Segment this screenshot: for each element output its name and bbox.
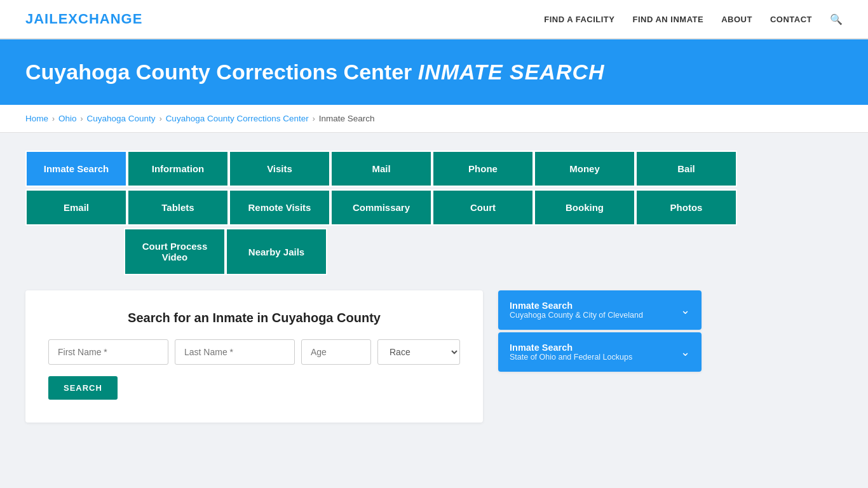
logo-jail: JAIL (25, 11, 58, 27)
page-title: Cuyahoga County Corrections Center INMAT… (25, 60, 843, 85)
breadcrumb-sep-1: › (52, 114, 55, 123)
main-content: Inmate Search Information Visits Mail Ph… (0, 133, 868, 440)
site-logo[interactable]: JAILEXCHANGE (25, 11, 142, 27)
tab-court-process-video[interactable]: Court Process Video (124, 228, 226, 275)
sidebar-card-2-text: Inmate Search State of Ohio and Federal … (510, 342, 632, 362)
tab-inmate-search[interactable]: Inmate Search (25, 151, 127, 187)
breadcrumb-sep-2: › (81, 114, 83, 123)
site-header: JAILEXCHANGE FIND A FACILITY FIND AN INM… (0, 0, 868, 39)
hero-banner: Cuyahoga County Corrections Center INMAT… (0, 39, 868, 105)
tab-nearby-jails[interactable]: Nearby Jails (226, 228, 327, 275)
tab-money[interactable]: Money (534, 151, 635, 187)
nav-about[interactable]: ABOUT (721, 15, 752, 24)
breadcrumb-sep-4: › (313, 114, 315, 123)
tab-navigation: Inmate Search Information Visits Mail Ph… (25, 151, 843, 275)
first-name-input[interactable] (48, 339, 168, 365)
search-form: Race White Black Hispanic Asian Other (48, 339, 460, 365)
sidebar-card-2: Inmate Search State of Ohio and Federal … (498, 332, 702, 372)
sidebar-card-1-text: Inmate Search Cuyahoga County & City of … (510, 301, 643, 320)
last-name-input[interactable] (175, 339, 295, 365)
logo-exchange: EXCHANGE (58, 11, 143, 27)
race-select[interactable]: Race White Black Hispanic Asian Other (377, 339, 460, 365)
sidebar: Inmate Search Cuyahoga County & City of … (498, 290, 702, 374)
chevron-down-icon-1: ⌄ (681, 303, 690, 317)
tab-court[interactable]: Court (432, 189, 534, 226)
tab-tablets[interactable]: Tablets (127, 189, 229, 226)
sidebar-card-1-header[interactable]: Inmate Search Cuyahoga County & City of … (498, 290, 702, 330)
tab-row-2: Email Tablets Remote Visits Commissary C… (25, 189, 843, 226)
sidebar-card-1: Inmate Search Cuyahoga County & City of … (498, 290, 702, 330)
tab-row-1: Inmate Search Information Visits Mail Ph… (25, 151, 843, 187)
tab-remote-visits[interactable]: Remote Visits (229, 189, 330, 226)
breadcrumb-sep-3: › (159, 114, 162, 123)
sidebar-card-2-header[interactable]: Inmate Search State of Ohio and Federal … (498, 332, 702, 372)
breadcrumb-home[interactable]: Home (25, 114, 48, 123)
sidebar-card-1-subtitle: Cuyahoga County & City of Cleveland (510, 311, 643, 320)
content-area: Search for an Inmate in Cuyahoga County … (25, 290, 843, 423)
breadcrumb-ohio[interactable]: Ohio (58, 114, 77, 123)
tab-row-3: Court Process Video Nearby Jails (124, 228, 843, 275)
nav-find-inmate[interactable]: FIND AN INMATE (632, 15, 703, 24)
chevron-down-icon-2: ⌄ (681, 345, 690, 359)
tab-commissary[interactable]: Commissary (330, 189, 432, 226)
tab-information[interactable]: Information (127, 151, 229, 187)
search-button[interactable]: SEARCH (48, 376, 118, 400)
age-input[interactable] (301, 339, 371, 365)
search-box-title: Search for an Inmate in Cuyahoga County (48, 311, 460, 325)
sidebar-card-2-title: Inmate Search (510, 342, 632, 353)
breadcrumb-county[interactable]: Cuyahoga County (87, 114, 156, 123)
tab-email[interactable]: Email (25, 189, 127, 226)
sidebar-card-1-title: Inmate Search (510, 301, 643, 311)
breadcrumb-facility[interactable]: Cuyahoga County Corrections Center (166, 114, 309, 123)
tab-photos[interactable]: Photos (635, 189, 737, 226)
tab-visits[interactable]: Visits (229, 151, 330, 187)
nav-find-facility[interactable]: FIND A FACILITY (544, 15, 614, 24)
tab-booking[interactable]: Booking (534, 189, 635, 226)
breadcrumb-current: Inmate Search (319, 114, 375, 123)
tab-mail[interactable]: Mail (330, 151, 432, 187)
sidebar-card-2-subtitle: State of Ohio and Federal Lockups (510, 353, 632, 362)
search-box: Search for an Inmate in Cuyahoga County … (25, 290, 483, 423)
nav-contact[interactable]: CONTACT (770, 15, 812, 24)
tab-bail[interactable]: Bail (635, 151, 737, 187)
tab-phone[interactable]: Phone (432, 151, 534, 187)
main-nav: FIND A FACILITY FIND AN INMATE ABOUT CON… (544, 13, 843, 25)
breadcrumb: Home › Ohio › Cuyahoga County › Cuyahoga… (0, 105, 868, 133)
search-icon[interactable]: 🔍 (830, 13, 843, 25)
